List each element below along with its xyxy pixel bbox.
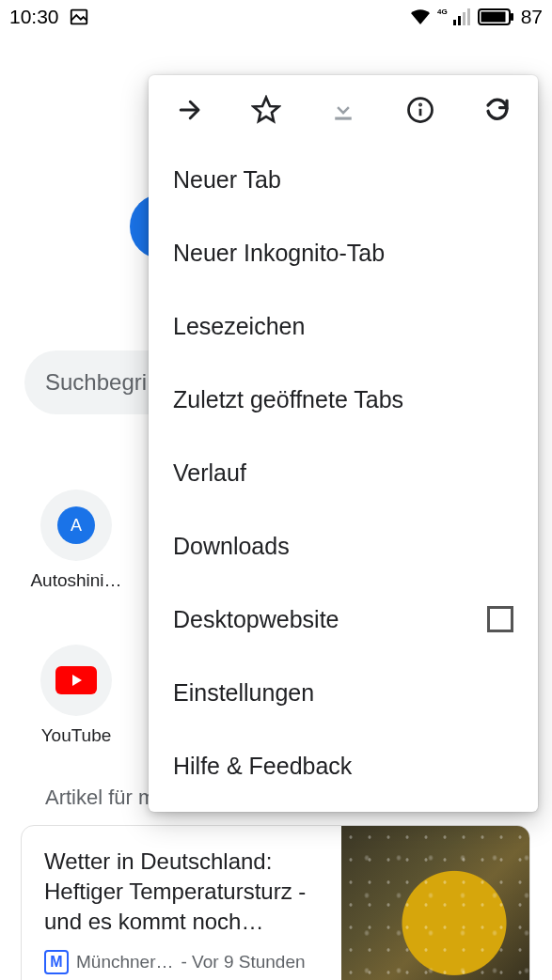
- svg-rect-1: [453, 20, 456, 25]
- article-meta: M Münchner… - Vor 9 Stunden: [44, 950, 324, 974]
- wifi-icon: [409, 8, 432, 26]
- youtube-icon: [55, 666, 97, 694]
- avatar-letter: A: [57, 506, 95, 544]
- bookmark-star-icon[interactable]: [250, 94, 282, 126]
- status-bar: 10:30 4G 87: [0, 0, 552, 34]
- site-shortcut-autoshini[interactable]: A Autoshini…: [15, 490, 137, 591]
- network-4g: 4G: [437, 8, 448, 16]
- download-icon[interactable]: [327, 94, 359, 126]
- site-favicon-circle: A: [40, 490, 112, 561]
- menu-item-new-tab[interactable]: Neuer Tab: [149, 143, 538, 216]
- menu-item-label: Einstellungen: [173, 679, 513, 707]
- menu-item-downloads[interactable]: Downloads: [149, 509, 538, 583]
- menu-item-label: Zuletzt geöffnete Tabs: [173, 386, 513, 413]
- battery-icon: [478, 8, 515, 26]
- menu-item-incognito[interactable]: Neuer Inkognito-Tab: [149, 216, 538, 289]
- site-favicon-circle: [40, 645, 112, 716]
- menu-item-label: Desktopwebsite: [173, 606, 487, 633]
- svg-rect-4: [467, 8, 470, 25]
- menu-item-label: Neuer Inkognito-Tab: [173, 240, 513, 267]
- search-placeholder: Suchbegri: [45, 369, 147, 396]
- overflow-menu: Neuer Tab Neuer Inkognito-Tab Lesezeiche…: [149, 75, 538, 812]
- menu-item-history[interactable]: Verlauf: [149, 436, 538, 509]
- publisher-logo: M: [44, 950, 69, 974]
- reload-icon[interactable]: [481, 94, 513, 126]
- desktop-site-checkbox[interactable]: [487, 606, 513, 632]
- menu-item-desktop-site[interactable]: Desktopwebsite: [149, 583, 538, 656]
- svg-rect-6: [481, 12, 505, 23]
- svg-marker-8: [254, 98, 279, 121]
- menu-item-label: Hilfe & Feedback: [173, 753, 513, 780]
- picture-icon: [69, 7, 89, 27]
- svg-rect-9: [335, 117, 352, 120]
- menu-item-recent-tabs[interactable]: Zuletzt geöffnete Tabs: [149, 363, 538, 436]
- svg-rect-7: [511, 13, 513, 21]
- status-time: 10:30: [9, 6, 59, 28]
- menu-item-settings[interactable]: Einstellungen: [149, 656, 538, 729]
- svg-point-12: [419, 104, 420, 105]
- menu-item-help[interactable]: Hilfe & Feedback: [149, 729, 538, 802]
- menu-item-bookmarks[interactable]: Lesezeichen: [149, 289, 538, 363]
- menu-item-label: Downloads: [173, 533, 513, 560]
- site-label: YouTube: [24, 725, 128, 746]
- menu-item-label: Verlauf: [173, 459, 513, 487]
- site-label: Autoshini…: [24, 570, 128, 591]
- forward-icon[interactable]: [173, 94, 205, 126]
- battery-percent: 87: [521, 6, 543, 28]
- article-time: - Vor 9 Stunden: [181, 952, 306, 972]
- menu-item-label: Neuer Tab: [173, 166, 513, 194]
- info-icon[interactable]: [404, 94, 436, 126]
- article-card[interactable]: Wetter in Deutschland: Heftiger Temperat…: [21, 825, 530, 980]
- publisher-name: Münchner…: [76, 952, 174, 972]
- menu-item-label: Lesezeichen: [173, 313, 513, 340]
- signal-icon: [453, 8, 472, 25]
- article-title: Wetter in Deutschland: Heftiger Temperat…: [44, 847, 324, 937]
- articles-section-label: Artikel für mi: [45, 786, 160, 810]
- site-shortcut-youtube[interactable]: YouTube: [15, 645, 137, 746]
- svg-rect-2: [458, 16, 461, 25]
- svg-rect-3: [463, 12, 465, 25]
- article-image: [341, 826, 529, 980]
